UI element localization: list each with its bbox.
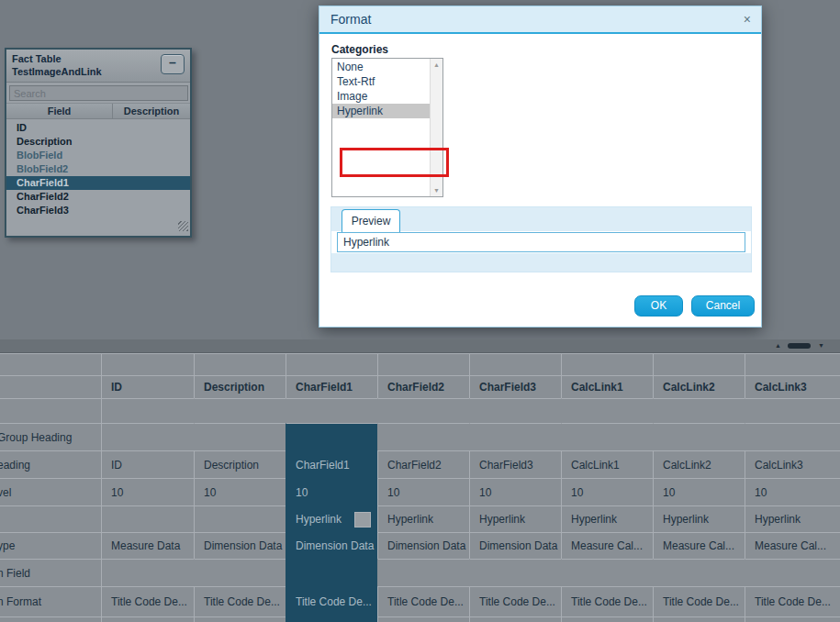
field-item-blobfield2[interactable]: BlobField2 [6, 162, 190, 176]
grid-cell: Hyperlink [286, 505, 377, 532]
grid-cell: Hyperlink [377, 505, 469, 532]
category-option-text-rtf[interactable]: Text-Rtf [332, 74, 430, 89]
ok-button[interactable]: OK [634, 295, 683, 317]
grid-cell: CalcLink2 [653, 450, 745, 478]
grid-cell: Title Code De... [377, 586, 469, 616]
grid-column-header[interactable]: Description [194, 375, 286, 398]
grid-cell: 10 [653, 478, 745, 505]
grid-cell: Title Code De... [102, 586, 194, 616]
grid-toolbar: ▲ ▼ [0, 339, 840, 353]
collapse-down-icon[interactable]: ▼ [818, 342, 824, 349]
category-option-none[interactable]: None [332, 60, 430, 74]
grid-cell [194, 616, 286, 622]
grid-cell: Dimension Data [377, 532, 469, 559]
close-icon[interactable]: × [744, 6, 751, 32]
preview-value-field: Hyperlink [337, 232, 745, 252]
grid-cell [102, 505, 194, 532]
grid-cell: Hyperlink [469, 505, 561, 532]
grid-cell: Measure Data [102, 532, 194, 559]
grid-cell [377, 616, 469, 622]
field-column-header[interactable]: Field [6, 104, 113, 118]
grid-cell [469, 353, 561, 375]
grid-cell: Measure Cal... [653, 532, 745, 559]
grid-cell [194, 505, 286, 532]
grid-cell [561, 616, 653, 622]
dialog-title: Format [319, 6, 761, 32]
grid-row: Group Heading [0, 423, 840, 450]
grid-cell [194, 423, 286, 450]
grid-column-header[interactable]: CharField1 [286, 375, 377, 398]
grid-column-header[interactable]: CharField2 [377, 375, 469, 398]
grid-cell [102, 353, 194, 375]
grid-row: vel1010101010101010 [0, 478, 840, 505]
grid-cell: 10 [377, 478, 469, 505]
description-column-header[interactable]: Description [113, 104, 190, 118]
grid-column-header[interactable]: CharField3 [469, 375, 561, 398]
scroll-up-icon[interactable]: ▲ [431, 61, 442, 68]
field-item-blobfield[interactable]: BlobField [6, 149, 190, 162]
field-item-charfield2[interactable]: CharField2 [6, 190, 190, 204]
tab-preview[interactable]: Preview [342, 209, 400, 232]
grid-cell: CalcLink1 [561, 450, 653, 478]
resize-grip-icon[interactable] [178, 221, 188, 231]
grid-cell: CharField2 [377, 450, 469, 478]
grid-cell [286, 559, 377, 586]
grid-cell [653, 423, 745, 450]
grid-row-label [0, 505, 102, 532]
grid-cell: ID [102, 450, 194, 478]
grid-cell: CharField1 [286, 450, 377, 478]
grid-cell [286, 423, 377, 450]
field-item-description[interactable]: Description [6, 135, 190, 149]
field-list: IDDescriptionBlobFieldBlobField2CharFiel… [6, 119, 190, 233]
format-browse-button[interactable] [354, 512, 371, 528]
grid-cell: Hyperlink [561, 505, 653, 532]
splitter-handle[interactable] [788, 343, 811, 349]
grid-row: IDDescriptionCharField1CharField2CharFie… [0, 375, 840, 398]
grid-cell [194, 559, 286, 586]
grid-row-label [0, 398, 102, 423]
grid-row-label [0, 375, 102, 398]
scroll-down-icon[interactable]: ▼ [431, 187, 442, 194]
grid-cell: Title Code De... [469, 586, 561, 616]
grid-cell [653, 559, 745, 586]
grid-row: n Field [0, 559, 840, 586]
grid-row: HyperlinkHyperlinkHyperlinkHyperlinkHype… [0, 505, 840, 532]
grid-cell: Title Code De... [745, 586, 840, 616]
grid-row: ypeMeasure DataDimension DataDimension D… [0, 532, 840, 559]
grid-row: eadingIDDescriptionCharField1CharField2C… [0, 450, 840, 478]
grid-column-header[interactable]: CalcLink1 [561, 375, 653, 398]
grid-row [0, 398, 840, 423]
category-option-image[interactable]: Image [332, 89, 430, 104]
grid-row-label: vel [0, 478, 102, 505]
cancel-button[interactable]: Cancel [691, 295, 755, 317]
field-search-input[interactable] [9, 85, 188, 101]
field-item-charfield1[interactable]: CharField1 [6, 176, 190, 190]
grid-cell [469, 398, 561, 423]
field-item-charfield3[interactable]: CharField3 [6, 204, 190, 217]
grid-cell [102, 398, 194, 423]
grid-column-header[interactable]: CalcLink2 [653, 375, 745, 398]
grid-column-header[interactable]: ID [102, 375, 194, 398]
grid-column-header[interactable]: CalcLink3 [745, 375, 840, 398]
grid-cell [377, 559, 469, 586]
grid-cell [286, 616, 377, 622]
grid-cell: CharField3 [469, 450, 561, 478]
grid-cell [745, 353, 840, 375]
grid-cell [745, 616, 840, 622]
grid-cell: Hyperlink [653, 505, 745, 532]
grid-cell [102, 616, 194, 622]
grid-cell [561, 398, 653, 423]
collapse-up-icon[interactable]: ▲ [775, 342, 781, 349]
category-option-hyperlink[interactable]: Hyperlink [332, 104, 430, 118]
grid-cell: Dimension Data [469, 532, 561, 559]
grid-cell [469, 616, 561, 622]
grid-cell: Title Code De... [194, 586, 286, 616]
grid-cell [102, 423, 194, 450]
collapse-panel-button[interactable]: – [161, 54, 185, 74]
grid-cell [561, 353, 653, 375]
annotation-highlight-box [340, 148, 449, 177]
grid-cell [194, 353, 286, 375]
grid-cell: Title Code De... [286, 586, 377, 616]
field-item-id[interactable]: ID [6, 121, 190, 135]
grid-cell: Hyperlink [745, 505, 840, 532]
